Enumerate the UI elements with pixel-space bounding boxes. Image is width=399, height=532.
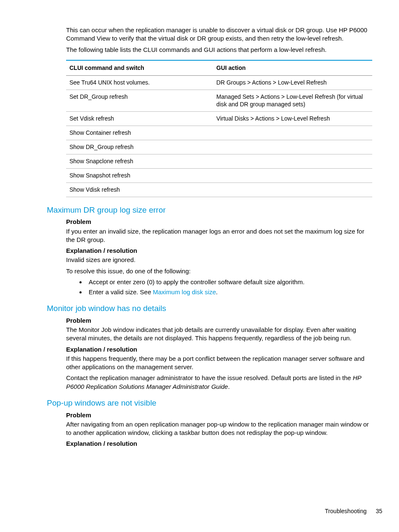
resolution-list: Accept or enter zero (0) to apply the co… (66, 278, 372, 297)
table-header-clui: CLUI command and switch (66, 60, 213, 75)
page: This can occur when the replication mana… (0, 0, 399, 532)
explanation-text: If this happens frequently, there may be… (66, 355, 372, 372)
intro-paragraph-2: The following table lists the CLUI comma… (66, 46, 372, 54)
table-row: Show Vdisk refresh (66, 182, 372, 197)
section-heading-popup: Pop-up windows are not visible (47, 398, 382, 409)
explanation-text: Contact the replication manager administ… (66, 374, 372, 391)
table-row: Show Snapclone refresh (66, 154, 372, 168)
table-row: Show DR_Group refresh (66, 140, 372, 154)
problem-text: If you enter an invalid size, the replic… (66, 227, 372, 244)
list-item: Enter a valid size. See Maximum log disk… (86, 288, 372, 296)
list-item: Accept or enter zero (0) to apply the co… (86, 278, 372, 286)
footer-label: Troubleshooting (325, 508, 367, 514)
page-footer: Troubleshooting 35 (325, 507, 382, 515)
table-row: See Tru64 UNIX host volumes.DR Groups > … (66, 75, 372, 90)
section-body: Problem If you enter an invalid size, th… (66, 218, 372, 296)
intro-block: This can occur when the replication mana… (66, 26, 372, 197)
explanation-heading: Explanation / resolution (66, 439, 372, 448)
problem-text: After navigating from an open replicatio… (66, 420, 372, 437)
section-heading-monitor-job: Monitor job window has no details (47, 303, 382, 314)
table-header-gui: GUI action (213, 60, 372, 75)
section-heading-max-dr: Maximum DR group log size error (47, 205, 382, 216)
table-row: Set Vdisk refreshVirtual Disks > Actions… (66, 112, 372, 126)
page-number: 35 (376, 508, 382, 514)
problem-heading: Problem (66, 411, 372, 419)
table-row: Show Snapshot refresh (66, 168, 372, 182)
problem-heading: Problem (66, 316, 372, 325)
problem-text: The Monitor Job window indicates that jo… (66, 326, 372, 343)
explanation-text: Invalid sizes are ignored. (66, 256, 372, 264)
table-row: Set DR_Group refreshManaged Sets > Actio… (66, 90, 372, 112)
link-max-log-disk-size[interactable]: Maximum log disk size (153, 288, 216, 296)
problem-heading: Problem (66, 218, 372, 226)
explanation-heading: Explanation / resolution (66, 345, 372, 354)
explanation-heading: Explanation / resolution (66, 247, 372, 255)
explanation-text: To resolve this issue, do one of the fol… (66, 267, 372, 275)
section-body: Problem The Monitor Job window indicates… (66, 316, 372, 391)
clui-gui-table: CLUI command and switch GUI action See T… (66, 60, 372, 197)
table-row: Show Container refresh (66, 126, 372, 140)
intro-paragraph-1: This can occur when the replication mana… (66, 26, 372, 43)
section-body: Problem After navigating from an open re… (66, 411, 372, 448)
